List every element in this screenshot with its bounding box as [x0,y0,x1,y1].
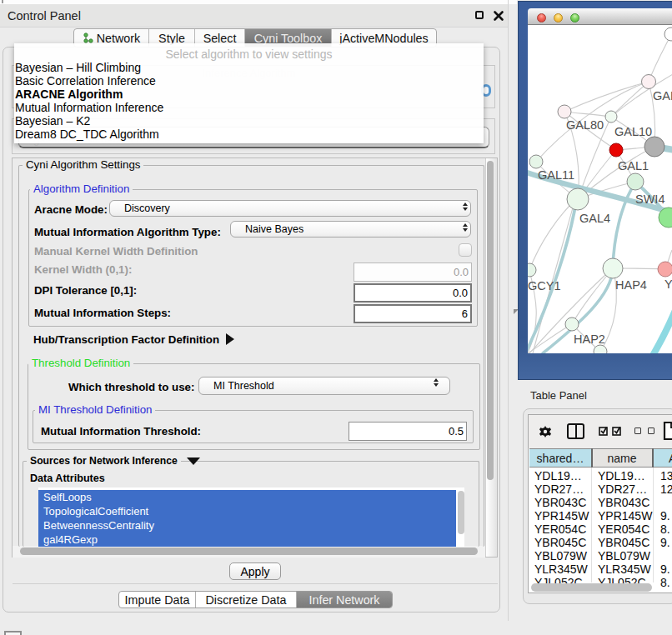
svg-text:GAL10: GAL10 [614,125,652,138]
svg-text:Y: Y [664,278,672,291]
svg-text:GAL80: GAL80 [566,118,604,132]
svg-text:GCY1: GCY1 [528,279,561,292]
svg-text:HAP2: HAP2 [574,332,605,346]
svg-text:GAL1: GAL1 [618,159,649,172]
svg-text:GAL11: GAL11 [538,168,574,182]
svg-text:GAL: GAL [653,89,672,102]
svg-text:HAP4: HAP4 [615,278,647,292]
svg-text:GAL4: GAL4 [579,212,610,225]
svg-text:SWI4: SWI4 [635,192,664,206]
